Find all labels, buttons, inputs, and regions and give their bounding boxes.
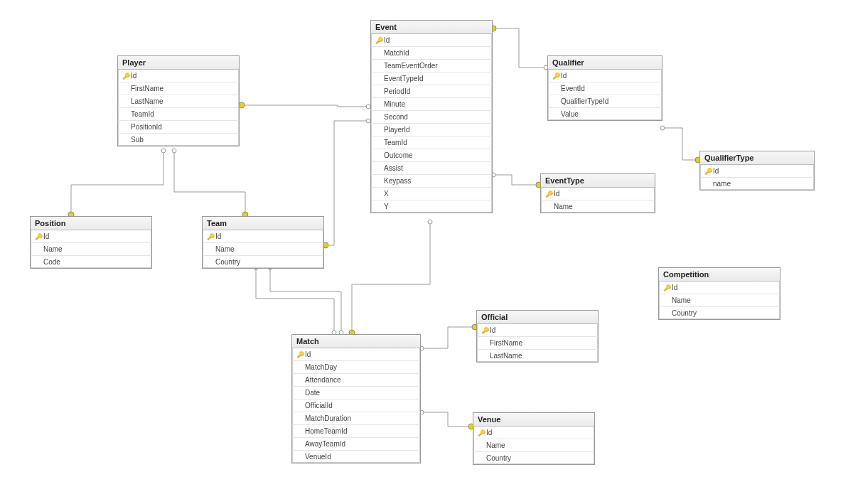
column-row[interactable]: 🔑Id bbox=[477, 324, 598, 337]
column-row[interactable]: Minute bbox=[371, 98, 492, 111]
column-name: FirstName bbox=[131, 85, 163, 92]
column-row[interactable]: PlayerId bbox=[371, 124, 492, 136]
entity-qualifier[interactable]: Qualifier🔑IdEventIdQualifierTypeIdValue bbox=[547, 55, 662, 121]
column-name: MatchId bbox=[384, 49, 409, 57]
entity-title: Venue bbox=[473, 413, 594, 427]
column-row[interactable]: Sub bbox=[118, 134, 239, 146]
column-row[interactable]: X bbox=[371, 188, 492, 200]
column-row[interactable]: HomeTeamId bbox=[292, 425, 420, 438]
entity-title: EventType bbox=[541, 174, 655, 188]
column-row[interactable]: Name bbox=[31, 243, 151, 256]
column-name: Id bbox=[713, 167, 719, 175]
column-row[interactable]: VenueId bbox=[292, 451, 420, 463]
column-name: QualifierTypeId bbox=[561, 97, 608, 105]
column-name: Y bbox=[384, 203, 389, 210]
column-row[interactable]: 🔑Id bbox=[473, 427, 594, 439]
column-row[interactable]: 🔑Id bbox=[118, 70, 239, 82]
column-row[interactable]: Date bbox=[292, 387, 420, 400]
column-row[interactable]: Country bbox=[473, 452, 594, 464]
svg-point-3 bbox=[172, 149, 176, 153]
entity-venue[interactable]: Venue🔑IdNameCountry bbox=[473, 412, 595, 465]
column-row[interactable]: Second bbox=[371, 111, 492, 124]
column-row[interactable]: FirstName bbox=[477, 337, 598, 350]
column-row[interactable]: 🔑Id bbox=[203, 230, 323, 243]
column-row[interactable]: 🔑Id bbox=[292, 348, 420, 361]
column-row[interactable]: Attendance bbox=[292, 374, 420, 387]
column-name: Second bbox=[384, 113, 408, 121]
column-row[interactable]: 🔑Id bbox=[659, 282, 780, 294]
column-row[interactable]: Code bbox=[31, 256, 151, 268]
entity-official[interactable]: Official🔑IdFirstNameLastName bbox=[476, 310, 599, 363]
column-name: EventTypeId bbox=[384, 75, 424, 82]
column-row[interactable]: AwayTeamId bbox=[292, 438, 420, 451]
column-row[interactable]: Keypass bbox=[371, 175, 492, 188]
column-row[interactable]: 🔑Id bbox=[371, 34, 492, 47]
column-row[interactable]: 🔑Id bbox=[700, 165, 814, 178]
primary-key-icon: 🔑 bbox=[295, 351, 305, 358]
column-row[interactable]: PeriodId bbox=[371, 85, 492, 98]
column-row[interactable]: MatchDay bbox=[292, 361, 420, 374]
column-name: LastName bbox=[131, 97, 163, 105]
column-name: Id bbox=[131, 72, 136, 80]
entity-title: Qualifier bbox=[548, 56, 662, 70]
column-row[interactable]: Name bbox=[203, 243, 323, 256]
column-name: TeamId bbox=[384, 139, 407, 146]
column-row[interactable]: PositionId bbox=[118, 121, 239, 134]
primary-key-icon: 🔑 bbox=[476, 429, 486, 436]
column-row[interactable]: Name bbox=[541, 200, 655, 213]
column-row[interactable]: Country bbox=[659, 307, 780, 319]
column-row[interactable]: FirstName bbox=[118, 82, 239, 95]
column-row[interactable]: EventId bbox=[548, 82, 662, 95]
column-name: Name bbox=[486, 441, 505, 449]
column-name: PositionId bbox=[131, 123, 162, 131]
column-row[interactable]: Name bbox=[659, 294, 780, 307]
column-name: Id bbox=[561, 72, 567, 80]
column-row[interactable]: TeamId bbox=[118, 108, 239, 121]
column-name: VenueId bbox=[305, 453, 331, 461]
column-row[interactable]: TeamEventOrder bbox=[371, 60, 492, 73]
entity-competition[interactable]: Competition🔑IdNameCountry bbox=[658, 267, 780, 320]
column-name: PlayerId bbox=[384, 126, 410, 134]
column-name: Id bbox=[490, 326, 495, 334]
column-row[interactable]: name bbox=[700, 178, 814, 190]
entity-team[interactable]: Team🔑IdNameCountry bbox=[202, 216, 324, 269]
column-row[interactable]: LastName bbox=[477, 350, 598, 362]
entity-eventtype[interactable]: EventType🔑IdName bbox=[540, 173, 655, 213]
entity-title: Official bbox=[477, 311, 598, 324]
column-row[interactable]: MatchDuration bbox=[292, 412, 420, 425]
entity-event[interactable]: Event🔑IdMatchIdTeamEventOrderEventTypeId… bbox=[370, 20, 493, 213]
column-row[interactable]: 🔑Id bbox=[31, 230, 151, 243]
svg-point-13 bbox=[660, 126, 665, 130]
column-name: TeamId bbox=[131, 110, 154, 118]
entity-title: Position bbox=[31, 217, 151, 230]
entity-title: Player bbox=[118, 56, 239, 70]
entity-position[interactable]: Position🔑IdNameCode bbox=[30, 216, 152, 269]
column-row[interactable]: Value bbox=[548, 108, 662, 120]
column-row[interactable]: Country bbox=[203, 256, 323, 268]
entity-title: Match bbox=[292, 335, 420, 348]
column-row[interactable]: Y bbox=[371, 200, 492, 213]
column-row[interactable]: EventTypeId bbox=[371, 73, 492, 85]
column-name: TeamEventOrder bbox=[384, 62, 438, 70]
column-name: OfficialId bbox=[305, 402, 333, 409]
entity-title: Competition bbox=[659, 268, 780, 282]
column-row[interactable]: 🔑Id bbox=[548, 70, 662, 82]
primary-key-icon: 🔑 bbox=[121, 73, 131, 80]
column-name: name bbox=[713, 180, 731, 188]
column-name: Id bbox=[215, 232, 221, 240]
column-row[interactable]: TeamId bbox=[371, 136, 492, 149]
entity-qualifiertype[interactable]: QualifierType🔑Idname bbox=[699, 151, 815, 191]
primary-key-icon: 🔑 bbox=[703, 168, 713, 175]
entity-match[interactable]: Match🔑IdMatchDayAttendanceDateOfficialId… bbox=[291, 334, 421, 463]
column-row[interactable]: LastName bbox=[118, 95, 239, 108]
column-row[interactable]: Name bbox=[473, 439, 594, 452]
column-name: Minute bbox=[384, 100, 405, 108]
column-row[interactable]: QualifierTypeId bbox=[548, 95, 662, 108]
column-row[interactable]: MatchId bbox=[371, 47, 492, 60]
column-name: Country bbox=[672, 309, 697, 317]
entity-player[interactable]: Player🔑IdFirstNameLastNameTeamIdPosition… bbox=[117, 55, 240, 146]
column-row[interactable]: 🔑Id bbox=[541, 188, 655, 200]
column-row[interactable]: Assist bbox=[371, 162, 492, 175]
column-row[interactable]: Outcome bbox=[371, 149, 492, 162]
column-row[interactable]: OfficialId bbox=[292, 400, 420, 412]
